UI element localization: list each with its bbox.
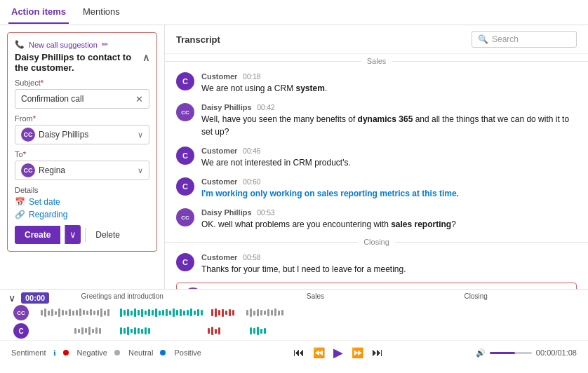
transcript-title: Transcript [176,34,220,45]
create-caret-button[interactable]: ∨ [65,225,81,244]
transcript-header: Transcript 🔍 Search [165,25,588,54]
collapse-chevron-icon[interactable]: ∧ [142,52,149,63]
svg-rect-14 [90,309,92,316]
speaker-3: Customer [201,147,237,155]
text-5: OK. well what problems are you encounter… [201,218,577,231]
svg-rect-50 [232,310,234,316]
svg-rect-87 [264,328,266,334]
svg-rect-24 [134,308,136,317]
waveform-track-customer [39,325,580,337]
svg-rect-75 [138,328,140,334]
svg-rect-32 [162,310,164,316]
suggestion-title-text: Daisy Phillips to contact to the custome… [15,52,142,73]
from-select[interactable]: CC Daisy Phillips ∨ [15,125,149,144]
search-icon: 🔍 [478,34,488,44]
svg-rect-45 [215,308,217,317]
svg-rect-62 [74,328,76,334]
svg-rect-5 [58,308,60,317]
edit-icon[interactable]: ✏ [102,40,108,49]
avatar-customer-4: C [176,177,194,196]
collapse-timeline-button[interactable]: ∨ [8,292,15,304]
subject-input[interactable]: Confirmation call ✕ [15,89,149,109]
entry-content-1: Customer 00:18 We are not using a CRM sy… [201,72,577,95]
playback-controls: ⏮ ⏪ ▶ ⏩ ⏭ [292,344,385,362]
svg-rect-73 [131,329,133,333]
svg-rect-71 [123,328,126,334]
to-select[interactable]: CC Regina ∨ [15,161,149,180]
suggestion-title: Daisy Phillips to contact to the custome… [15,52,149,73]
skip-forward-button[interactable]: ⏭ [370,345,385,360]
subject-value: Confirmation call [21,94,83,104]
section-labels-container: Greetings and introduction Sales Closing [55,292,580,304]
svg-rect-2 [48,311,50,316]
svg-rect-43 [201,310,203,316]
to-caret-icon: ∨ [138,166,143,175]
skip-back-button[interactable]: ⏮ [292,345,306,360]
sales-section-label: Sales [307,292,324,300]
avatar-daisy-7: CC [184,287,202,289]
bottom-timeline: ∨ 00:00 Greetings and introduction Sales… [0,289,588,373]
transcript-panel: Transcript 🔍 Search Sales C Customer 00:… [165,25,588,289]
positive-label: Positive [174,348,201,357]
svg-rect-3 [51,309,53,316]
rewind-button[interactable]: ⏪ [312,346,326,360]
text-6: Thanks for your time, but I need to leav… [201,263,577,276]
svg-rect-72 [127,327,129,335]
closing-divider: Closing [165,235,588,249]
svg-rect-84 [253,328,255,334]
waveform-row-daisy: CC [0,304,588,322]
transcript-entry-4: C Customer 00:60 I'm working only workin… [165,173,588,204]
entry-meta-4: Customer 00:60 [201,177,577,186]
left-panel: 📞 New call suggestion ✏ Daisy Phillips t… [0,25,165,289]
set-date-link[interactable]: 📅 Set date [15,197,149,207]
negative-dot [63,348,70,357]
avatar-daisy-5: CC [176,208,194,226]
svg-rect-30 [155,308,157,317]
clear-subject-icon[interactable]: ✕ [135,94,143,104]
form-actions: Create ∨ Delete [15,225,149,244]
entry-meta-2: Daisy Phillips 00:42 [201,103,577,111]
waveform-track-daisy [39,307,580,318]
tab-action-items[interactable]: Action items [8,1,69,24]
text-1: We are not using a CRM system. [201,82,577,95]
to-label-text: To [15,150,23,158]
closing-label: Closing [358,238,395,246]
transcript-entry-7-highlighted: CC Daisy Phillips 01:01 OK. I'll call yo… [176,283,577,289]
svg-rect-69 [99,328,101,334]
time-5: 00:53 [258,209,275,217]
svg-rect-34 [169,311,171,315]
action-form: 📞 New call suggestion ✏ Daisy Phillips t… [7,32,157,252]
svg-rect-9 [72,311,74,316]
text-4: I'm working only working on sales report… [201,187,577,200]
to-label: To* [15,150,149,158]
svg-rect-11 [79,308,81,316]
play-button[interactable]: ▶ [332,344,345,362]
svg-rect-82 [218,327,220,334]
svg-rect-12 [83,310,85,315]
time-display: 00:00/01:08 [536,348,577,357]
svg-rect-23 [131,311,133,316]
fast-forward-button[interactable]: ⏩ [350,346,365,360]
tab-bar: Action items Mentions [0,0,588,25]
regarding-link[interactable]: 🔗 Regarding [15,210,149,219]
calendar-icon: 📅 [15,197,25,207]
svg-rect-59 [274,308,276,316]
svg-rect-13 [86,311,88,315]
avatar-daisy-2: CC [176,103,194,121]
create-button[interactable]: Create [15,226,60,244]
volume-icon: 🔊 [476,348,486,358]
time-4: 00:60 [243,178,260,186]
sentiment-info-icon: ℹ [53,349,56,357]
svg-rect-81 [215,329,217,334]
svg-rect-21 [123,310,126,316]
create-caret-icon: ∨ [69,229,76,240]
subject-required: * [41,79,44,87]
volume-slider[interactable] [490,352,532,354]
tab-mentions[interactable]: Mentions [80,1,123,24]
waveform-avatar-daisy: CC [13,305,29,320]
speaker-6: Customer [201,253,237,262]
waveform-svg-daisy [39,307,580,318]
avatar-customer-3: C [176,147,194,165]
delete-button[interactable]: Delete [90,227,126,243]
search-box[interactable]: 🔍 Search [472,31,577,48]
